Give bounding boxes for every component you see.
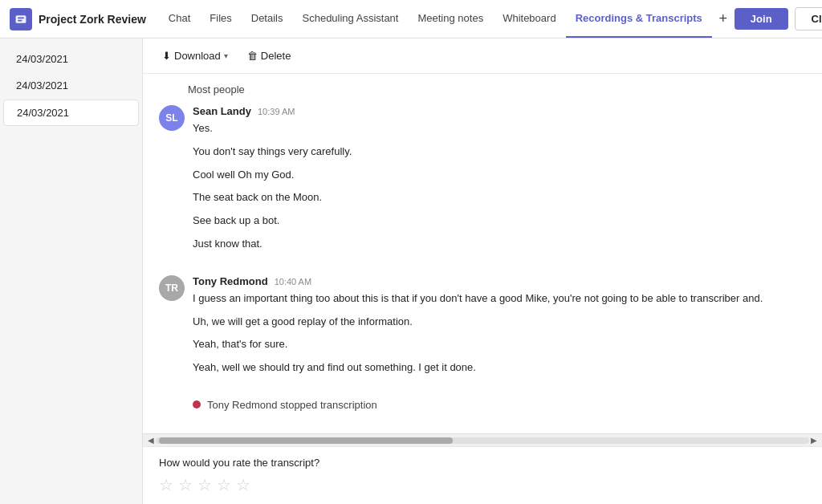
message-line-0: Yes. [193, 120, 806, 137]
message-block-sean: SL Sean Landy 10:39 AM Yes. You don't sa… [159, 105, 806, 259]
section-label: Most people [188, 83, 806, 96]
download-button[interactable]: ⬇ Download ▾ [156, 47, 234, 65]
stop-notice-text: Tony Redmond stopped transcription [207, 399, 377, 411]
tab-meeting-notes[interactable]: Meeting notes [408, 0, 493, 38]
nav-tabs: Chat Files Details Scheduling Assistant … [159, 0, 735, 38]
h-scroll-left[interactable]: ◀ [146, 436, 156, 445]
tab-scheduling[interactable]: Scheduling Assistant [293, 0, 409, 38]
download-chevron: ▾ [224, 51, 228, 60]
top-bar: Project Zork Review Chat Files Details S… [0, 0, 822, 39]
delete-label: Delete [261, 50, 291, 62]
star-5[interactable]: ☆ [236, 475, 250, 494]
close-button[interactable]: Close [795, 7, 822, 30]
sidebar-item-0[interactable]: 24/03/2021 [3, 47, 139, 71]
tony-line-3: Yeah, well we should try and find out so… [193, 360, 806, 376]
svg-rect-1 [18, 17, 24, 18]
star-4[interactable]: ☆ [217, 475, 231, 494]
stop-dot [193, 400, 201, 408]
message-line-2: Cool well Oh my God. [193, 167, 806, 184]
rating-label: How would you rate the transcript? [159, 457, 806, 469]
meeting-title: Project Zork Review [39, 13, 146, 26]
download-icon: ⬇ [162, 50, 171, 62]
sender-name-sean: Sean Landy [193, 105, 251, 117]
message-header-sean: Sean Landy 10:39 AM [193, 105, 806, 117]
tony-line-0: I guess an important thing too about thi… [193, 291, 806, 307]
join-button[interactable]: Join [735, 8, 788, 30]
rating-area: How would you rate the transcript? ☆ ☆ ☆… [143, 446, 822, 504]
delete-button[interactable]: 🗑 Delete [241, 47, 298, 65]
star-2[interactable]: ☆ [178, 475, 193, 494]
download-label: Download [174, 50, 221, 62]
sidebar: 24/03/2021 24/03/2021 24/03/2021 [0, 39, 143, 504]
tab-chat[interactable]: Chat [159, 0, 200, 38]
transcript-toolbar: ⬇ Download ▾ 🗑 Delete [143, 39, 822, 74]
message-line-3: The seat back on the Moon. [193, 189, 806, 206]
message-time-tony: 10:40 AM [275, 277, 311, 287]
h-scroll-area[interactable]: ◀ ▶ [143, 433, 822, 446]
avatar-initials-sean: SL [165, 112, 177, 124]
h-scrollbar-thumb [159, 437, 453, 444]
message-content-tony: Tony Redmond 10:40 AM I guess an importa… [193, 275, 806, 383]
add-tab-button[interactable]: + [712, 8, 735, 30]
message-line-1: You don't say things very carefully. [193, 144, 806, 161]
tab-details[interactable]: Details [242, 0, 293, 38]
stop-notice: Tony Redmond stopped transcription [193, 399, 806, 411]
stars: ☆ ☆ ☆ ☆ ☆ [159, 475, 806, 494]
h-scroll-right[interactable]: ▶ [809, 436, 819, 445]
tab-files[interactable]: Files [200, 0, 241, 38]
tony-line-1: Uh, we will get a good replay of the inf… [193, 314, 806, 331]
star-3[interactable]: ☆ [197, 475, 212, 494]
svg-rect-0 [16, 15, 26, 23]
delete-icon: 🗑 [247, 50, 258, 62]
h-scrollbar-track [156, 437, 809, 444]
sender-name-tony: Tony Redmond [193, 275, 268, 287]
message-content-sean: Sean Landy 10:39 AM Yes. You don't say t… [193, 105, 806, 259]
app-icon [10, 8, 32, 30]
tab-whiteboard[interactable]: Whiteboard [493, 0, 565, 38]
message-line-4: See back up a bot. [193, 213, 806, 230]
transcript-panel: ⬇ Download ▾ 🗑 Delete Most people SL Sea… [143, 39, 822, 504]
svg-rect-2 [18, 19, 22, 21]
tab-recordings[interactable]: Recordings & Transcripts [566, 0, 712, 38]
main-content: 24/03/2021 24/03/2021 24/03/2021 ⬇ Downl… [0, 39, 822, 504]
sidebar-item-1[interactable]: 24/03/2021 [3, 73, 139, 98]
transcript-body[interactable]: Most people SL Sean Landy 10:39 AM Yes. … [143, 74, 822, 433]
message-time-sean: 10:39 AM [258, 107, 295, 116]
top-bar-actions: Join Close [735, 7, 822, 30]
message-text-sean: Yes. You don't say things very carefully… [193, 120, 806, 253]
avatar-sean: SL [159, 105, 185, 131]
avatar-tony: TR [159, 275, 185, 301]
message-text-tony: I guess an important thing too about thi… [193, 291, 806, 376]
message-header-tony: Tony Redmond 10:40 AM [193, 275, 806, 287]
avatar-initials-tony: TR [165, 282, 178, 294]
sidebar-item-2[interactable]: 24/03/2021 [3, 100, 139, 126]
tony-line-2: Yeah, that's for sure. [193, 336, 806, 353]
message-block-tony: TR Tony Redmond 10:40 AM I guess an impo… [159, 275, 806, 383]
star-1[interactable]: ☆ [159, 475, 173, 494]
message-line-5: Just know that. [193, 236, 806, 253]
